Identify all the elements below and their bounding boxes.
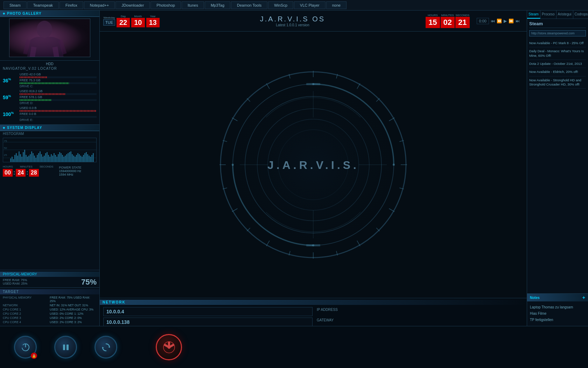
histogram-bar: [12, 157, 13, 162]
news-item-2[interactable]: Dota 2 Update - October 21st, 2013: [529, 60, 586, 68]
media-next-next[interactable]: ⏭: [516, 19, 520, 23]
histogram-bar: [77, 153, 78, 162]
timer-sep2: :: [26, 170, 28, 176]
target-row-3: CPU CORE 2 USED: 0% CORE 1: 12%: [3, 312, 97, 315]
histogram-bar: [45, 153, 46, 162]
histogram-bar: [24, 150, 25, 162]
taskbar-item-notepad[interactable]: Notepad++: [84, 1, 115, 9]
target-label-5: CPU CORE 4: [3, 320, 50, 324]
media-prev[interactable]: ⏪: [497, 19, 502, 23]
note-item-1: Hias Filme: [530, 311, 585, 317]
histogram-bar: [49, 157, 50, 162]
histogram-bar: [70, 151, 71, 162]
taskbar-item-steam[interactable]: Steam: [4, 1, 27, 9]
news-item-1[interactable]: Daily Deal - Monaco: What's Yours Is Min…: [529, 47, 586, 60]
tab-codrops[interactable]: Codrops: [573, 11, 588, 19]
taskbar-item-photoshop[interactable]: Photoshop: [150, 1, 181, 9]
jarvis-os-title: J.A.R.V.I.S OS: [163, 15, 422, 23]
taskbar-item-winscp[interactable]: WinScp: [268, 1, 293, 9]
taskbar-item-teamspeak[interactable]: Teamspeak: [27, 1, 59, 9]
drive-rows: 36% USED 42.0 GB FREE 75.3 GB DRIVE C: 5…: [3, 73, 97, 122]
physical-memory-header: PHYSICAL-MEMORY: [0, 272, 99, 277]
jarvis-center-text: J.A.R.V.I.S.: [267, 159, 359, 171]
news-item-0[interactable]: Now Available - PC Mark 8 - 25% Off: [529, 39, 586, 47]
histogram-bar: [89, 156, 90, 162]
free-bar-fill-1: [20, 99, 51, 101]
tab-proceso[interactable]: Proceso: [540, 11, 556, 19]
steam-panel-title: Steam: [529, 21, 586, 28]
used-label-0: USED 42.0 GB: [20, 73, 41, 76]
media-prev-prev[interactable]: ⏮: [491, 19, 495, 23]
free-label-1: FREE 578.1 GB: [20, 95, 42, 99]
notes-add-button[interactable]: +: [582, 295, 585, 300]
pause-button[interactable]: [54, 336, 77, 359]
ip-address: 10.0.0.4: [106, 309, 309, 314]
year-col: Year 13: [146, 15, 160, 27]
histogram-bar: [93, 153, 94, 162]
target-label-2: CPU CORE 1: [3, 308, 50, 311]
center-panel: Weekday TUE Day 22 Month 10 Year 13 J.A.…: [100, 11, 527, 326]
free-line-0: FREE 75.3 GB: [20, 79, 97, 82]
system-timer: HOURS MINUTES SECONDS 00 : 24 : 28 POWER…: [0, 164, 99, 178]
taskbar-item-vlcplayer[interactable]: VLC Player: [294, 1, 326, 9]
target-row-4: CPU CORE 3 USED: 2% CORE 2: 0%: [3, 316, 97, 320]
histogram-bar: [91, 155, 92, 162]
drive-info-0: USED 42.0 GB FREE 75.3 GB DRIVE C:: [20, 73, 97, 88]
histogram-bar: [82, 157, 83, 162]
used-line-0: USED 42.0 GB: [20, 73, 97, 76]
histogram: 75 50 25: [3, 138, 97, 162]
system-display: SYSTEM DISPLAY HISTOGRAM 75 50 25 HOURS: [0, 124, 99, 270]
taskbar-item-jdownloader[interactable]: JDownloader: [115, 1, 150, 9]
y-label-75: 75: [4, 139, 7, 143]
histogram-bar: [20, 154, 21, 162]
taskbar-item-deamontools[interactable]: Deamon Tools: [231, 1, 267, 9]
svg-rect-42: [306, 244, 320, 246]
photo-gallery-title: PHOTO GALLERY: [7, 12, 42, 15]
refresh-button[interactable]: [94, 336, 117, 359]
taskbar-item-mp3tag[interactable]: Mp3Tag: [205, 1, 230, 9]
news-item-3[interactable]: Now Available - Eldritch, 20% off!: [529, 68, 586, 76]
histogram-bar: [55, 155, 56, 162]
taskbar-item-firefox[interactable]: Firefox: [59, 1, 83, 9]
system-display-title: SYSTEM DISPLAY: [7, 126, 42, 130]
used-bar-0: [20, 76, 97, 78]
histogram-bar: [26, 155, 27, 162]
used-bar-fill-2: [20, 110, 97, 112]
tab-aristegui[interactable]: Aristegui: [556, 11, 573, 19]
weekday-col: Weekday TUE: [103, 16, 115, 26]
main-content: PHOTO GALLERY: [0, 11, 588, 326]
free-bar-1: [20, 99, 97, 101]
day-value: 22: [117, 18, 130, 27]
jarvis-svg: J.A.R.V.I.S.: [212, 63, 415, 266]
steam-panel: Steam http://store.steampowered.com Now …: [527, 19, 588, 293]
histogram-bar: [10, 158, 11, 162]
target-label-1: NETWORK: [3, 304, 50, 307]
steam-url[interactable]: http://store.steampowered.com: [529, 30, 586, 36]
news-item-4[interactable]: Now Available - Stronghold HD and Strong…: [529, 76, 586, 89]
y-label-50: 50: [4, 146, 7, 150]
target-col2-2: USED: 12% AVERAGE CPU: 3%: [50, 308, 97, 311]
histogram-bar: [84, 153, 85, 162]
histogram-bar: [69, 152, 70, 162]
power-button[interactable]: 🔒: [14, 336, 37, 359]
taskbar-item-itunes[interactable]: Itunes: [182, 1, 204, 9]
media-play[interactable]: ▶: [504, 19, 507, 23]
media-next[interactable]: ⏩: [509, 19, 514, 23]
target-label-3: CPU CORE 2: [3, 312, 50, 315]
tab-steam[interactable]: Steam: [527, 11, 540, 19]
time-seconds: 21: [455, 17, 469, 28]
used-line-2: USED 0.0 B: [20, 106, 97, 110]
histogram-bar: [87, 154, 88, 162]
target-row-0: PHYSICAL MEMORY FREE RAM: 75% USED RAM: …: [3, 296, 97, 303]
lock-badge: 🔒: [31, 353, 37, 359]
target-title: TARGET: [3, 290, 19, 294]
danger-button[interactable]: [156, 334, 182, 360]
memory-stats: FREE RAM: 75% USED RAM: 25% 75%: [3, 278, 97, 286]
notes-header: Notes +: [527, 294, 588, 301]
right-panel: SteamProcesoAristeguiCodrops Steam http:…: [527, 11, 588, 326]
drive-row-1: 59% USED 819.2 GB FREE 578.1 GB DRIVE D:: [3, 89, 97, 105]
seconds-label: SECONDS: [456, 14, 470, 17]
drive-row-2: 100% USED 0.0 B FREE 0.0 B DRIVE E:: [3, 106, 97, 122]
taskbar-item-none[interactable]: none: [326, 1, 346, 9]
power-info: POWER STATE 1594000000 Hz 1594 MHz: [59, 166, 81, 176]
